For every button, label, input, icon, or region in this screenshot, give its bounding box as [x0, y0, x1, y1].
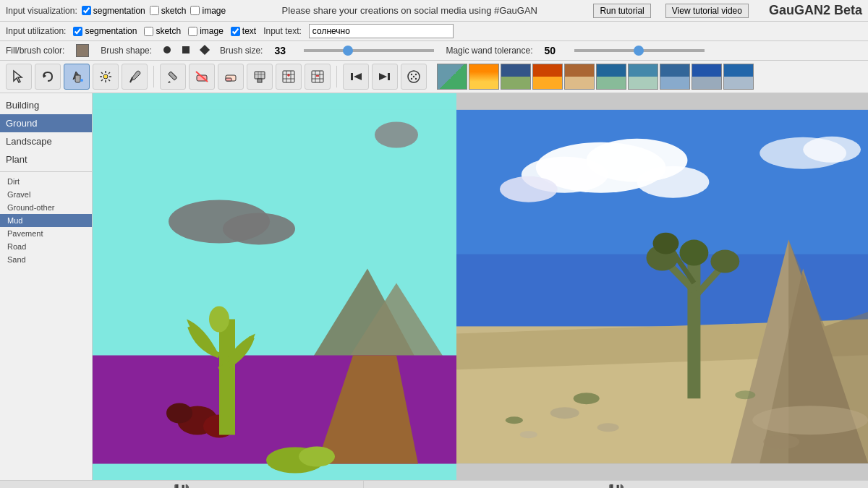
vis-sketch-input[interactable] — [150, 6, 159, 15]
floppy-drawing-icon: 💾 — [174, 484, 190, 488]
diamond-shape-option[interactable] — [201, 46, 208, 56]
util-segmentation-input[interactable] — [73, 27, 82, 36]
grid-tool-button[interactable] — [276, 64, 302, 90]
category-landscape[interactable]: Landscape — [0, 132, 92, 150]
thumbnail-6[interactable] — [596, 64, 626, 90]
input-text-field[interactable] — [309, 24, 454, 38]
separator-2 — [336, 66, 337, 87]
input-visualization-label: Input visualization: — [6, 6, 77, 16]
subcategory-gravel[interactable]: Gravel — [0, 188, 92, 201]
sidebar: Building Ground Landscape Plant Dirt Gra… — [0, 93, 93, 480]
thumbnail-5[interactable] — [564, 64, 595, 90]
util-sketch-input[interactable] — [144, 27, 153, 36]
drawing-svg[interactable] — [93, 93, 456, 480]
vis-segmentation-checkbox[interactable]: segmentation — [82, 6, 145, 16]
svg-point-91 — [574, 393, 600, 404]
brush-size-value: 33 — [274, 45, 292, 56]
subcategory-dirt[interactable]: Dirt — [0, 175, 92, 188]
thumbnail-8[interactable] — [660, 64, 690, 90]
svg-point-62 — [209, 307, 229, 333]
vis-image-checkbox[interactable]: image — [190, 6, 226, 16]
thumbnail-1[interactable] — [437, 64, 467, 90]
category-building[interactable]: Building — [0, 96, 92, 114]
select-tool-button[interactable] — [6, 64, 32, 90]
sidebar-divider — [0, 171, 92, 172]
subcategory-road[interactable]: Road — [0, 240, 92, 253]
svg-line-9 — [109, 72, 110, 74]
svg-point-85 — [653, 233, 679, 254]
thumbnail-4[interactable] — [532, 64, 563, 90]
svg-point-88 — [597, 423, 619, 432]
svg-rect-19 — [255, 72, 265, 79]
thumbnail-3[interactable] — [501, 64, 531, 90]
erase-tool-button[interactable] — [189, 64, 215, 90]
svg-point-69 — [500, 176, 558, 202]
magic-wand-slider[interactable] — [574, 49, 705, 52]
subcategory-mud[interactable]: Mud — [0, 214, 92, 227]
svg-marker-40 — [379, 73, 387, 80]
svg-point-78 — [752, 406, 868, 435]
svg-point-42 — [411, 74, 412, 75]
category-plant[interactable]: Plant — [0, 150, 92, 168]
svg-line-7 — [101, 72, 103, 74]
square-shape-option[interactable] — [182, 46, 190, 56]
bottom-bar: 💾 💾 — [0, 480, 868, 488]
vis-image-input[interactable] — [190, 6, 200, 15]
save-drawing-button[interactable]: 💾 — [0, 481, 364, 488]
subcategory-ground-other[interactable]: Ground-other — [0, 201, 92, 214]
svg-marker-14 — [168, 81, 171, 83]
wand-tool-button[interactable] — [93, 64, 119, 90]
util-text-input[interactable] — [231, 27, 240, 36]
next-tool-button[interactable] — [372, 64, 398, 90]
fill-tool-button[interactable] — [64, 64, 90, 90]
view-tutorial-button[interactable]: View tutorial video — [665, 4, 749, 18]
svg-point-60 — [299, 447, 335, 467]
svg-rect-13 — [169, 72, 177, 80]
run-tutorial-button[interactable]: Run tutorial — [593, 4, 650, 18]
brush-size-slider[interactable] — [304, 49, 434, 52]
util-segmentation-checkbox[interactable]: segmentation — [73, 26, 137, 36]
subcategory-sand[interactable]: Sand — [0, 253, 92, 266]
eyedrop-tool-button[interactable] — [122, 64, 148, 90]
save-output-button[interactable]: 💾 — [364, 481, 868, 488]
magic-wand-label: Magic wand tolerance: — [446, 46, 532, 56]
util-text-checkbox[interactable]: text — [231, 26, 256, 36]
rubber-tool-button[interactable] — [218, 64, 244, 90]
top-bar: Input visualization: segmentation sketch… — [0, 0, 868, 22]
thumbnail-10[interactable] — [723, 64, 754, 90]
stamp-tool-button[interactable] — [247, 64, 273, 90]
svg-rect-37 — [351, 73, 353, 80]
thumbnail-9[interactable] — [692, 64, 722, 90]
svg-rect-20 — [258, 79, 262, 82]
util-image-input[interactable] — [188, 27, 197, 36]
util-sketch-checkbox[interactable]: sketch — [144, 26, 181, 36]
thumbnail-2[interactable] — [469, 64, 499, 90]
svg-point-51 — [223, 213, 295, 245]
grid-minus-tool-button[interactable] — [305, 64, 331, 90]
prev-tool-button[interactable] — [343, 64, 369, 90]
category-ground[interactable]: Ground — [0, 114, 92, 132]
vis-segmentation-input[interactable] — [82, 6, 91, 15]
svg-line-12 — [130, 77, 132, 82]
color-swatch[interactable] — [76, 44, 89, 57]
svg-marker-38 — [354, 73, 362, 80]
drawing-canvas[interactable] — [93, 93, 456, 480]
util-image-checkbox[interactable]: image — [188, 26, 224, 36]
svg-point-68 — [637, 166, 710, 198]
undo-tool-button[interactable] — [35, 64, 61, 90]
svg-point-84 — [710, 250, 739, 273]
draw-tool-button[interactable] — [160, 64, 186, 90]
thumbnail-7[interactable] — [628, 64, 658, 90]
circle-shape-option[interactable] — [163, 46, 171, 56]
svg-rect-18 — [226, 78, 231, 81]
vis-sketch-label: sketch — [161, 6, 187, 16]
util-image-label: image — [200, 26, 224, 36]
vis-sketch-checkbox[interactable]: sketch — [150, 6, 187, 16]
random-tool-button[interactable] — [401, 64, 427, 90]
vis-image-label: image — [202, 6, 226, 16]
svg-point-93 — [506, 416, 523, 424]
fill-color-label: Fill/brush color: — [6, 46, 64, 56]
subcategory-pavement[interactable]: Pavement — [0, 227, 92, 240]
svg-point-71 — [803, 137, 861, 163]
svg-point-58 — [166, 403, 192, 424]
